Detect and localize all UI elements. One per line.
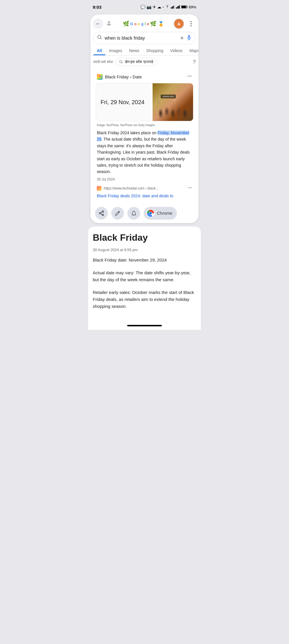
svg-rect-10 <box>181 6 186 8</box>
dot-indicator: ● <box>162 6 164 8</box>
tab-maps[interactable]: Maps <box>186 46 199 55</box>
tab-videos[interactable]: Videos <box>167 46 186 55</box>
doodle-e: e <box>147 22 149 26</box>
signal-icon <box>171 5 175 9</box>
svg-point-17 <box>190 25 192 26</box>
svg-point-33 <box>99 212 101 214</box>
image-caption: Image: NurPhoto, NurPhoto via Getty Imag… <box>93 122 196 128</box>
nav-bar <box>88 321 201 330</box>
svg-rect-3 <box>174 5 175 8</box>
info-text-2: Actual date may vary: The date shifts ye… <box>93 269 196 283</box>
description-text: Black Friday 2024 takes place on Friday,… <box>93 128 196 177</box>
tab-news[interactable]: News <box>126 46 143 55</box>
help-icon[interactable]: ? <box>193 59 196 65</box>
chrome-open-button[interactable]: Chrome <box>144 207 177 220</box>
svg-point-16 <box>190 23 192 24</box>
doodle-o2: o <box>138 22 140 26</box>
notification-button[interactable] <box>127 207 140 220</box>
more-options-button[interactable] <box>186 19 196 29</box>
search-bar[interactable]: when is black friday ✕ <box>93 32 196 44</box>
source-title[interactable]: Black Friday deals 2024: date and deals … <box>93 194 196 201</box>
svg-point-40 <box>149 212 152 214</box>
source-url: https://www.techradar.com › black... <box>104 186 185 190</box>
svg-text:A: A <box>177 22 180 26</box>
svg-rect-7 <box>179 5 180 8</box>
whatsapp-icon: 💬 <box>140 5 145 9</box>
doodle-g1: G <box>130 22 133 26</box>
translate-query-text: व्हेन इस ब्लॅक फ्रायडे <box>125 60 153 64</box>
svg-point-15 <box>190 21 192 22</box>
date-card-image: SAMSUNG <box>153 83 193 121</box>
svg-point-26 <box>188 76 188 77</box>
svg-point-11 <box>108 25 109 25</box>
date-card-left: Fri, 29 Nov, 2024 <box>96 83 153 121</box>
black-friday-date: Fri, 29 Nov, 2024 <box>101 99 148 106</box>
pencil-icon <box>115 210 121 216</box>
status-bar: 9:03 💬 📷 ✈ ☁ ● <box>88 0 201 13</box>
weather-icon: ☁ <box>157 5 161 9</box>
mic-icon[interactable] <box>186 34 192 42</box>
search-tabs: All Images News Shopping Videos Maps Boo… <box>90 46 199 56</box>
source-favicon <box>97 186 101 191</box>
info-text-3: Retailer early sales: October marks the … <box>93 289 196 310</box>
chrome-icon <box>147 209 155 217</box>
home-indicator <box>127 325 162 326</box>
search-icon <box>97 35 102 41</box>
svg-rect-6 <box>178 6 179 9</box>
tab-images[interactable]: Images <box>105 46 126 55</box>
info-item-1: Black Friday date: November 29, 2024 <box>93 257 196 264</box>
page-title: Black Friday <box>93 232 196 243</box>
chrome-label: Chrome <box>157 211 172 216</box>
svg-rect-0 <box>171 7 172 8</box>
wifi-icon <box>165 5 170 9</box>
info-item-2: Actual date may vary: The date shifts ye… <box>93 269 196 283</box>
date-card: Fri, 29 Nov, 2024 SAMSUNG <box>96 83 193 121</box>
translate-button[interactable]: व्हेन इस ब्लॅक फ्रायडे <box>115 58 157 66</box>
back-button[interactable]: ← <box>93 19 103 29</box>
bottom-section: Black Friday 30 August 2024 at 8:55 pm B… <box>88 227 201 321</box>
svg-point-34 <box>102 214 104 216</box>
tab-shopping[interactable]: Shopping <box>143 46 167 55</box>
info-text-1: Black Friday date: November 29, 2024 <box>93 257 196 264</box>
edit-button[interactable] <box>111 207 124 220</box>
tab-all[interactable]: All <box>93 46 105 55</box>
doodle-olive-right: 🌿 <box>150 21 156 27</box>
battery-percentage: 89% <box>189 5 196 9</box>
highlighted-date: Friday, November 29 <box>97 130 189 141</box>
featured-more-button[interactable] <box>187 73 192 80</box>
google-doodle: 🌿 G o o g l e 🌿 🏅 <box>115 19 172 28</box>
translate-language-label: मराठी मध्ये शोधा <box>93 60 113 64</box>
svg-point-28 <box>191 76 192 77</box>
svg-point-30 <box>190 187 190 188</box>
vertical-dots-icon <box>190 21 192 26</box>
battery-icon <box>181 5 188 9</box>
flask-icon <box>106 21 112 27</box>
action-buttons-row: Chrome <box>90 203 199 223</box>
svg-rect-4 <box>176 7 177 8</box>
profile-avatar: A <box>174 19 184 29</box>
share-button[interactable] <box>95 207 108 220</box>
doodle-olive-left: 🌿 <box>123 21 129 27</box>
source-more-button[interactable] <box>188 185 192 191</box>
doodle-l: l <box>145 22 146 26</box>
clear-search-button[interactable]: ✕ <box>180 35 184 41</box>
featured-title: Black Friday › Date <box>105 74 142 79</box>
lab-button[interactable] <box>105 20 113 28</box>
info-item-3: Retailer early sales: October marks the … <box>93 289 196 310</box>
svg-point-32 <box>102 211 104 212</box>
svg-point-31 <box>191 187 192 188</box>
source-link: https://www.techradar.com › black... <box>93 184 196 194</box>
browser-card: ← 🌿 G o o g l e 🌿 🏅 <box>90 14 199 223</box>
svg-rect-1 <box>172 7 173 9</box>
featured-favicon <box>97 74 103 80</box>
doodle-o1: o <box>134 22 137 26</box>
svg-rect-24 <box>98 78 101 78</box>
result-date: 30 Jul 2024 <box>93 177 196 184</box>
profile-button[interactable]: A <box>174 19 184 29</box>
svg-rect-5 <box>177 7 178 9</box>
status-time: 9:03 <box>93 5 101 10</box>
svg-rect-25 <box>99 78 101 79</box>
featured-header: Black Friday › Date <box>93 71 196 82</box>
svg-line-35 <box>101 212 102 213</box>
share-icon <box>99 210 104 216</box>
